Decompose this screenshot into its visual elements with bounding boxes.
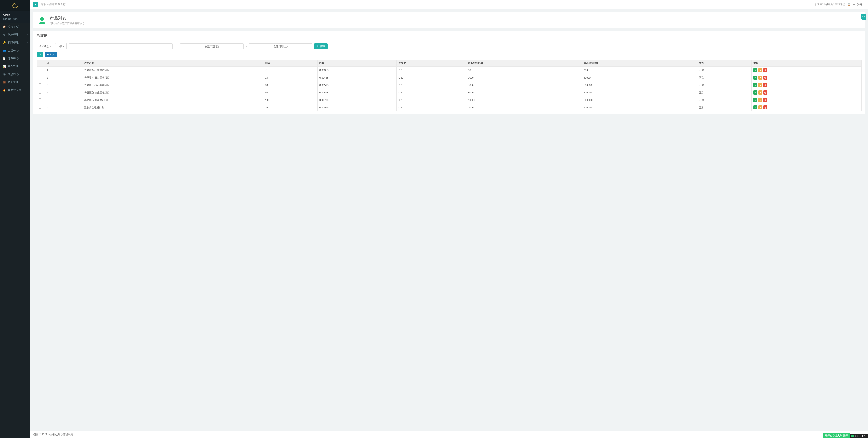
refresh-button[interactable]: ⟳ [37,52,43,57]
col-header: id [45,60,82,66]
cell-max: 50000 [582,74,697,82]
add-button[interactable]: ⊕添加 [44,52,57,57]
nav-icon: ⚙ [3,33,6,36]
main: ≡ 请输入搜索菜单名称 欢迎来到 创富后台管理系统 📋 ↪ 注销 ≡ 产品列表 … [30,0,868,438]
cell-name: 华夏匠心·智富慧利项目 [82,96,263,104]
logo-icon [12,2,18,9]
nav-item-1[interactable]: ⚙系统管理‹ [0,31,30,39]
nav-label: 信息中心 [8,72,19,76]
chevron-left-icon: ‹ [27,72,28,75]
delete-button[interactable]: 🗑 [763,83,767,87]
perf-badge[interactable]: 0.071882s [850,434,868,438]
cell-max: 1000000 [582,96,697,104]
delete-button[interactable]: 🗑 [763,98,767,102]
cell-min: 2000 [466,74,582,82]
logout-icon[interactable]: ↪ [853,3,855,6]
svg-point-2 [40,17,44,21]
delete-button[interactable]: 🗑 [763,68,767,72]
disable-button[interactable]: ✖ [758,76,763,80]
edit-button[interactable]: ✎ [753,98,757,102]
table-row: 2 华夏灵动·日益固收项目 15 0.00428 0.20 2000 50000… [37,74,862,82]
cell-status: 正常 [697,74,751,82]
nav-item-4[interactable]: 📋订单中心‹ [0,55,30,62]
col-header: 产品名称 [82,60,263,66]
cell-term: 7 [263,66,317,74]
row-checkbox[interactable] [39,84,41,86]
delete-button[interactable]: 🗑 [763,76,767,80]
cell-status: 正常 [697,89,751,96]
limit-select[interactable]: 不限 [55,43,67,49]
cell-min: 100 [466,66,582,74]
edit-button[interactable]: ✎ [753,90,757,94]
page-title: 产品列表 [50,16,85,21]
disable-button[interactable]: ✖ [758,98,763,102]
date-end-input[interactable] [249,43,312,49]
cell-name: 王牌黄金理财计划 [82,104,263,111]
page-header: 产品列表 可以操作余额宝产品的所有信息 ✂ [33,12,865,28]
footer: 创富 © 2021 网络科技后台管理系统 [30,431,868,438]
row-actions: ✎ ✖ 🗑 [753,98,860,102]
keyword-input[interactable] [68,43,173,49]
chevron-left-icon: ‹ [27,65,28,67]
row-checkbox[interactable] [39,91,41,94]
select-all-checkbox[interactable] [39,62,41,64]
disable-button[interactable]: ✖ [758,83,763,87]
edit-button[interactable]: ✎ [753,68,757,72]
menu-toggle-button[interactable]: ≡ [33,2,38,7]
cell-fee: 0.20 [397,104,466,111]
nav-icon: 🔑 [3,41,6,44]
refresh-icon: ⟳ [39,53,41,56]
svg-marker-1 [14,4,16,5]
nav-label: 余额宝管理 [8,88,21,92]
more-icon[interactable]: ≡ [864,3,866,6]
nav-item-7[interactable]: 💼财务管理‹ [0,78,30,86]
disable-button[interactable]: ✖ [758,90,763,94]
disable-button[interactable]: ✖ [758,68,763,72]
row-checkbox[interactable] [39,76,41,79]
disable-button[interactable]: ✖ [758,106,763,110]
table-row: 4 华夏匠心·嘉鑫固收项目 90 0.00618 0.20 8000 50000… [37,89,862,96]
nav-item-2[interactable]: 🔑权限管理‹ [0,39,30,47]
table-row: 8 王牌黄金理财计划 365 0.00918 0.20 10000 500000… [37,104,862,111]
cell-id: 4 [45,89,82,96]
nav-item-6[interactable]: ⓘ信息中心‹ [0,70,30,78]
row-checkbox[interactable] [39,98,41,101]
nav-item-0[interactable]: 🏠后台主页 [0,23,30,31]
col-header: 利率 [317,60,397,66]
search-button[interactable]: 🔍搜索 [314,43,328,49]
cell-id: 1 [45,66,82,74]
row-checkbox[interactable] [39,106,41,109]
nav-item-8[interactable]: 🔥余额宝管理‹ [0,86,30,94]
cell-rate: 0.00518 [317,82,397,89]
clipboard-icon[interactable]: 📋 [847,3,850,6]
cell-status: 正常 [697,104,751,111]
cell-name: 华夏匠心·嘉鑫固收项目 [82,89,263,96]
delete-button[interactable]: 🗑 [763,90,767,94]
cell-name: 华夏灵动·日益固收项目 [82,74,263,82]
row-checkbox[interactable] [39,68,41,71]
cell-status: 正常 [697,82,751,89]
date-start-input[interactable] [180,43,244,49]
logout-link[interactable]: 注销 [857,3,862,6]
nav-item-3[interactable]: 👥会员中心‹ [0,47,30,55]
chevron-left-icon: ‹ [27,81,28,83]
welcome-text: 欢迎来到 创富后台管理系统 [815,3,845,6]
edit-button[interactable]: ✎ [753,106,757,110]
settings-float-button[interactable]: ✂ [861,13,866,20]
delete-button[interactable]: 🗑 [763,106,767,110]
cell-name: 华夏匠心·律动月鑫项目 [82,82,263,89]
search-icon: 🔍 [316,45,319,48]
search-input[interactable]: 请输入搜索菜单名称 [41,2,66,6]
nav-item-5[interactable]: 📊基金管理‹ [0,62,30,70]
cell-term: 30 [263,82,317,89]
page-subtitle: 可以操作余额宝产品的所有信息 [50,22,85,25]
user-role-dropdown[interactable]: 超级管理员9 [3,17,28,21]
nav-icon: ⓘ [3,72,6,76]
chevron-left-icon: ‹ [27,57,28,59]
cell-name: 华夏蓄新·日益盈收项目 [82,66,263,74]
edit-button[interactable]: ✎ [753,83,757,87]
nav-icon: 📋 [3,57,6,60]
edit-button[interactable]: ✎ [753,76,757,80]
nav-menu: 🏠后台主页⚙系统管理‹🔑权限管理‹👥会员中心‹📋订单中心‹📊基金管理‹ⓘ信息中心… [0,23,30,94]
status-select[interactable]: 全部状态 [37,43,53,49]
